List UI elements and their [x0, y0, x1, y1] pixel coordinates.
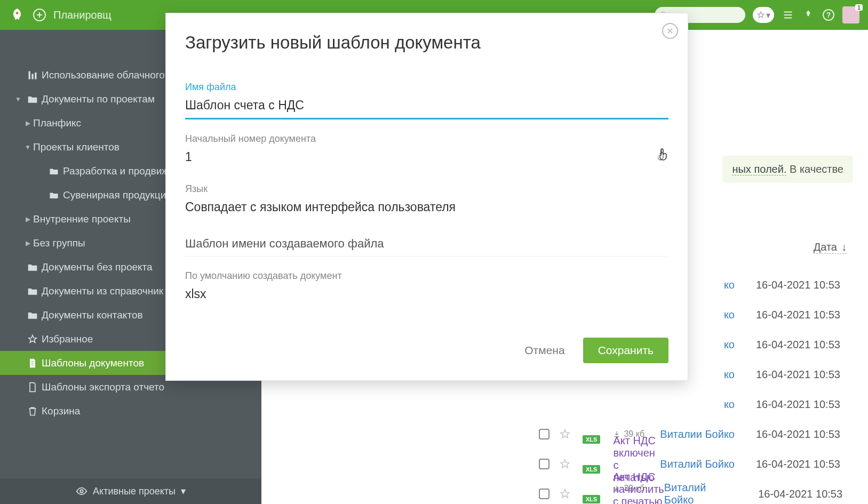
field-label: Язык	[185, 183, 668, 195]
field-default-format[interactable]: По умолчанию создавать документ xlsx	[185, 270, 668, 307]
upload-template-modal: Загрузить новый шаблон документа Имя фай…	[165, 13, 688, 381]
field-label: Начальный номер документа	[185, 133, 668, 145]
field-label: По умолчанию создавать документ	[185, 270, 668, 282]
modal-title: Загрузить новый шаблон документа	[185, 33, 668, 53]
field-start-number[interactable]: Начальный номер документа 1	[185, 133, 668, 170]
close-button[interactable]	[662, 23, 678, 39]
field-value[interactable]: xlsx	[185, 285, 668, 307]
field-label: Имя файла	[185, 82, 668, 93]
field-language[interactable]: Язык Совпадает с языком интерфейса польз…	[185, 183, 668, 220]
close-icon	[666, 27, 674, 35]
save-button[interactable]: Сохранить	[583, 338, 668, 363]
field-name-template[interactable]: Шаблон имени создаваемого файла	[185, 237, 668, 257]
cancel-button[interactable]: Отмена	[520, 338, 569, 363]
field-filename[interactable]: Имя файла	[185, 82, 668, 119]
filename-input[interactable]	[185, 98, 668, 113]
field-value[interactable]: 1	[185, 148, 668, 170]
field-value[interactable]: Совпадает с языком интерфейса пользовате…	[185, 198, 668, 220]
